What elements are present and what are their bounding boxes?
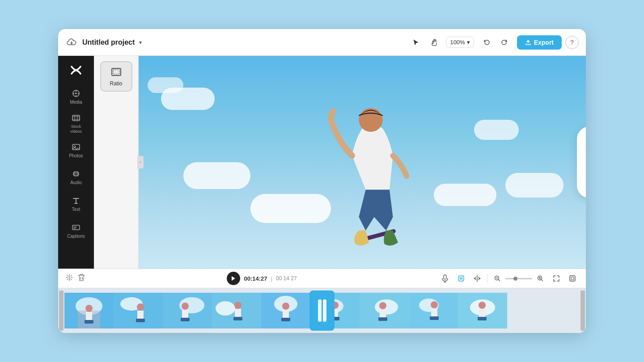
svg-rect-45 bbox=[283, 310, 289, 318]
ai-tool-button[interactable] bbox=[455, 272, 467, 285]
cloud-5 bbox=[505, 173, 564, 198]
zoom-in-button[interactable] bbox=[534, 272, 547, 285]
redo-button[interactable] bbox=[496, 35, 512, 50]
film-frame-9 bbox=[458, 293, 507, 328]
zoom-chevron: ▾ bbox=[467, 39, 470, 46]
svg-point-53 bbox=[375, 299, 398, 315]
panel-collapse-button[interactable]: ‹ bbox=[137, 156, 144, 168]
video-preview bbox=[139, 56, 586, 269]
sidebar-media-label: Media bbox=[70, 100, 82, 105]
photos-icon bbox=[72, 143, 80, 152]
sidebar-item-captions[interactable]: Captions bbox=[62, 219, 90, 244]
svg-point-15 bbox=[459, 279, 460, 280]
playhead[interactable] bbox=[309, 290, 335, 331]
collapse-icon: ‹ bbox=[140, 160, 141, 164]
cloud-2 bbox=[148, 77, 183, 93]
sidebar-item-photos[interactable]: Photos bbox=[62, 138, 90, 163]
help-button[interactable]: ? bbox=[565, 36, 579, 49]
svg-rect-61 bbox=[430, 316, 439, 320]
timeline-controls: 00:14:27 | 00 14 27 bbox=[58, 269, 586, 288]
film-frame-2 bbox=[114, 293, 163, 328]
svg-rect-41 bbox=[233, 317, 242, 320]
zoom-line[interactable] bbox=[505, 278, 532, 279]
playhead-bar-left bbox=[318, 299, 322, 322]
play-button[interactable] bbox=[227, 272, 240, 285]
sidebar-item-stock-videos[interactable]: Stockvideos bbox=[62, 111, 90, 136]
timeline-center: 00:14:27 | 00 14 27 bbox=[90, 272, 433, 285]
zoom-value: 100% bbox=[450, 39, 465, 46]
project-menu-chevron[interactable]: ▾ bbox=[139, 39, 142, 46]
timeline-left-tools bbox=[65, 274, 85, 283]
undo-redo-controls bbox=[479, 35, 512, 50]
fullscreen-button[interactable] bbox=[550, 272, 563, 285]
zoom-slider bbox=[491, 272, 547, 285]
sidebar: Media Stockvideos Photos bbox=[58, 56, 94, 269]
divider-1 bbox=[487, 274, 487, 283]
sidebar-captions-label: Captions bbox=[67, 234, 85, 239]
ratio-icon bbox=[110, 66, 122, 78]
film-frame-7 bbox=[360, 293, 409, 328]
header-right: Export ? bbox=[517, 35, 579, 50]
svg-rect-66 bbox=[478, 317, 487, 320]
split-button[interactable] bbox=[471, 272, 483, 285]
svg-point-59 bbox=[431, 301, 438, 308]
microphone-button[interactable] bbox=[439, 272, 451, 285]
fit-view-button[interactable] bbox=[566, 272, 579, 285]
main-area: Media Stockvideos Photos bbox=[58, 56, 586, 269]
sidebar-audio-label: Audio bbox=[70, 180, 82, 185]
audio-icon bbox=[72, 169, 80, 178]
text-icon bbox=[72, 196, 80, 205]
filmstrip-area bbox=[58, 288, 586, 333]
zoom-out-button[interactable] bbox=[491, 272, 504, 285]
cloud-save-icon[interactable] bbox=[65, 36, 78, 49]
sidebar-item-media[interactable]: Media bbox=[62, 84, 90, 109]
svg-point-54 bbox=[379, 302, 386, 309]
zoom-control[interactable]: 100% ▾ bbox=[446, 37, 474, 48]
svg-point-10 bbox=[359, 108, 382, 132]
ratio-label: Ratio bbox=[110, 80, 122, 87]
stock-videos-icon bbox=[72, 114, 80, 122]
filmstrip-left-handle[interactable] bbox=[59, 290, 64, 331]
svg-point-2 bbox=[74, 146, 76, 147]
current-time: 00:14:27 bbox=[244, 275, 267, 282]
svg-rect-56 bbox=[378, 317, 387, 321]
svg-point-39 bbox=[234, 302, 242, 309]
undo-button[interactable] bbox=[479, 35, 495, 50]
sidebar-item-text[interactable]: Text bbox=[62, 192, 90, 217]
split-tool-icon[interactable] bbox=[65, 274, 73, 283]
delete-tool-icon[interactable] bbox=[78, 274, 85, 283]
svg-point-64 bbox=[479, 302, 486, 309]
pointer-tool-button[interactable] bbox=[408, 35, 424, 50]
export-label: Export bbox=[534, 39, 554, 46]
film-frame-4 bbox=[212, 293, 261, 328]
sidebar-item-audio[interactable]: Audio bbox=[62, 165, 90, 190]
playhead-inner bbox=[318, 299, 326, 322]
header-left: Untitled project ▾ bbox=[65, 36, 403, 49]
time-separator: | bbox=[271, 275, 272, 282]
svg-rect-65 bbox=[479, 309, 485, 317]
preview-area bbox=[139, 56, 586, 269]
hand-tool-button[interactable] bbox=[427, 35, 442, 50]
film-frame-1 bbox=[64, 293, 114, 328]
svg-rect-30 bbox=[137, 311, 144, 319]
total-time: 00 14 27 bbox=[276, 275, 297, 282]
svg-point-38 bbox=[216, 301, 235, 316]
playhead-bar-right bbox=[323, 299, 326, 322]
svg-point-3 bbox=[76, 173, 77, 175]
cloud-3 bbox=[474, 120, 519, 140]
capcut-logo-overlay bbox=[577, 126, 586, 198]
filmstrip-right-handle[interactable] bbox=[580, 290, 585, 331]
svg-rect-36 bbox=[181, 318, 190, 321]
svg-rect-0 bbox=[72, 115, 80, 121]
export-button[interactable]: Export bbox=[517, 35, 562, 50]
panel-area: Ratio ‹ bbox=[94, 56, 139, 269]
ratio-button[interactable]: Ratio bbox=[100, 61, 132, 92]
sidebar-text-label: Text bbox=[72, 207, 80, 212]
svg-rect-40 bbox=[235, 309, 241, 317]
svg-point-29 bbox=[137, 303, 144, 311]
media-icon bbox=[72, 89, 80, 98]
captions-icon bbox=[72, 223, 80, 232]
svg-rect-25 bbox=[86, 312, 92, 320]
timeline-right-tools bbox=[439, 272, 579, 285]
svg-rect-20 bbox=[571, 277, 574, 280]
